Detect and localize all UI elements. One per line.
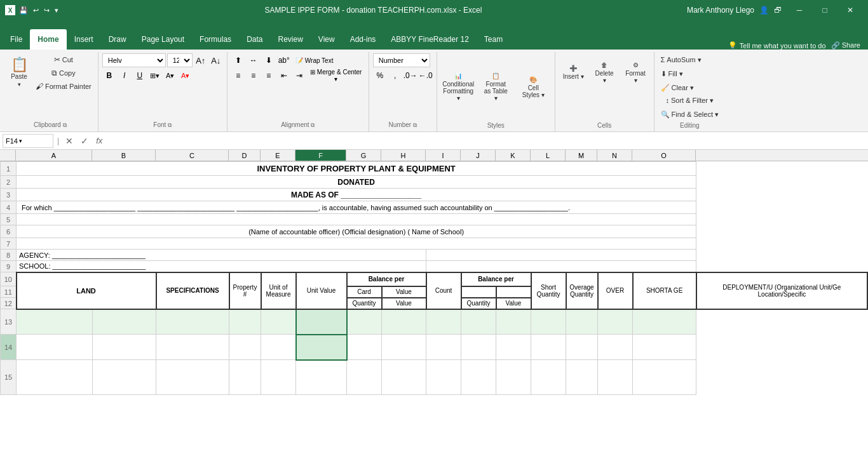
cell-reference-box[interactable]: F14 ▾: [3, 134, 53, 148]
sort-filter-button[interactable]: ↕ Sort & Filter ▾: [658, 94, 721, 107]
data-15-h[interactable]: [382, 360, 426, 395]
tell-me-input[interactable]: Tell me what you want to do: [740, 42, 826, 50]
overage-qty-header[interactable]: Overage Quantity: [566, 272, 598, 309]
tab-formulas[interactable]: Formulas: [192, 29, 239, 50]
col-header-K[interactable]: K: [496, 150, 531, 161]
unit-value-header[interactable]: Unit Value: [296, 272, 347, 309]
data-14-i[interactable]: [426, 335, 461, 360]
orientation-button[interactable]: ab°: [277, 53, 291, 67]
data-15-m[interactable]: [566, 360, 598, 395]
bold-button[interactable]: B: [102, 69, 116, 83]
minimize-button[interactable]: ─: [787, 0, 812, 20]
balance-per-header[interactable]: Balance per: [347, 272, 426, 286]
clear-button[interactable]: 🧹 Clear ▾: [658, 81, 696, 94]
col-header-C[interactable]: C: [156, 150, 229, 161]
data-13-a[interactable]: [17, 309, 93, 335]
col-header-M[interactable]: M: [566, 150, 597, 161]
data-15-n[interactable]: [598, 360, 633, 395]
agency-cell[interactable]: AGENCY: ________________________: [17, 250, 426, 261]
border-button[interactable]: ⊞▾: [148, 69, 162, 83]
specs-header-cell[interactable]: SPECIFICATIONS: [156, 272, 229, 309]
col-header-L[interactable]: L: [531, 150, 566, 161]
data-14-a[interactable]: [17, 335, 93, 360]
format-as-table-button[interactable]: 📋 Format as Table ▾: [478, 68, 513, 106]
data-14-m[interactable]: [566, 335, 598, 360]
underline-button[interactable]: U: [133, 69, 147, 83]
cut-button[interactable]: ✂ Cut: [33, 53, 94, 66]
merge-center-button[interactable]: ⊞ Merge & Center ▾: [308, 69, 365, 83]
align-center-button[interactable]: ≡: [247, 69, 261, 83]
percent-button[interactable]: %: [373, 69, 387, 83]
data-14-k[interactable]: [496, 335, 531, 360]
cell-styles-button[interactable]: 🎨 Cell Styles ▾: [516, 68, 551, 106]
data-15-g[interactable]: [347, 360, 382, 395]
font-color-button[interactable]: A▾: [179, 69, 193, 83]
data-15-d[interactable]: [229, 360, 261, 395]
formula-input[interactable]: [107, 137, 865, 145]
data-13-m[interactable]: [566, 309, 598, 335]
data-14-o[interactable]: [633, 335, 696, 360]
align-bottom-button[interactable]: ⬇: [262, 53, 276, 67]
find-select-button[interactable]: 🔍 Find & Select ▾: [658, 108, 721, 121]
tab-data[interactable]: Data: [239, 29, 270, 50]
count-qty-header[interactable]: [461, 286, 496, 298]
tab-review[interactable]: Review: [270, 29, 310, 50]
font-size-select[interactable]: 12 10 14: [167, 53, 193, 67]
data-15-i[interactable]: [426, 360, 461, 395]
short-qty-header[interactable]: Short Quantity: [531, 272, 566, 309]
data-13-b[interactable]: [93, 309, 156, 335]
grid-scroll-area[interactable]: 1 INVENTORY OF PROPERTY PLANT & EQUIPMEN…: [0, 161, 868, 461]
data-15-o[interactable]: [633, 360, 696, 395]
font-name-select[interactable]: Helv Arial Calibri: [102, 53, 166, 67]
cancel-formula-button[interactable]: ✕: [63, 136, 76, 146]
number-format-select[interactable]: Number General Currency Percentage: [373, 53, 430, 67]
tab-abbyy[interactable]: ABBYY FineReader 12: [383, 29, 477, 50]
tab-file[interactable]: File: [3, 29, 30, 50]
school-cell[interactable]: SCHOOL: ________________________: [17, 261, 426, 272]
unit-measure-header[interactable]: Unit of Measure: [261, 272, 296, 309]
decrease-decimal-button[interactable]: ←.0: [419, 69, 433, 83]
card-qty-header[interactable]: Card: [347, 286, 382, 298]
data-13-g[interactable]: [347, 309, 382, 335]
decrease-font-button[interactable]: A↓: [209, 53, 223, 67]
data-14-c[interactable]: [156, 335, 229, 360]
title-cell-1[interactable]: INVENTORY OF PROPERTY PLANT & EQUIPMENT: [17, 162, 696, 176]
col-header-I[interactable]: I: [426, 150, 461, 161]
copy-button[interactable]: ⧉ Copy: [33, 67, 94, 79]
data-15-b[interactable]: [93, 360, 156, 395]
align-middle-button[interactable]: ↔: [247, 53, 261, 67]
data-13-f[interactable]: [296, 309, 347, 335]
col-header-H[interactable]: H: [381, 150, 426, 161]
tab-home[interactable]: Home: [30, 29, 66, 50]
balance-per-2-header[interactable]: Balance per: [461, 272, 531, 286]
shortage-header[interactable]: SHORTA GE: [633, 272, 696, 309]
confirm-formula-button[interactable]: ✓: [78, 136, 91, 146]
row-4-cell[interactable]: For which _____________________ ________…: [17, 201, 696, 214]
data-13-h[interactable]: [382, 309, 426, 335]
tab-draw[interactable]: Draw: [101, 29, 134, 50]
col-header-A[interactable]: A: [16, 150, 92, 161]
col-header-J[interactable]: J: [461, 150, 496, 161]
deployment-header[interactable]: DEPLOYMENT/U (Organizational Unit/Ge Loc…: [696, 272, 867, 309]
over-header[interactable]: OVER: [598, 272, 633, 309]
close-button[interactable]: ✕: [837, 0, 863, 20]
data-13-n[interactable]: [598, 309, 633, 335]
decrease-indent-button[interactable]: ⇤: [277, 69, 291, 83]
card-val-header[interactable]: Value: [382, 286, 426, 298]
data-13-e[interactable]: [261, 309, 296, 335]
count-qty-sub[interactable]: Quantity: [461, 298, 496, 309]
tab-team[interactable]: Team: [477, 29, 510, 50]
conditional-formatting-button[interactable]: 📊 Conditional Formatting ▾: [441, 68, 476, 106]
align-top-button[interactable]: ⬆: [231, 53, 245, 67]
row-5-cell[interactable]: [17, 214, 696, 225]
data-14-j[interactable]: [461, 335, 496, 360]
data-13-l[interactable]: [531, 309, 566, 335]
account-icon[interactable]: 👤: [759, 6, 769, 15]
data-13-j[interactable]: [461, 309, 496, 335]
row-9-right[interactable]: [426, 261, 696, 272]
autosum-button[interactable]: Σ AutoSum ▾: [658, 53, 704, 66]
data-14-n[interactable]: [598, 335, 633, 360]
data-15-c[interactable]: [156, 360, 229, 395]
data-14-h[interactable]: [382, 335, 426, 360]
title-cell-3[interactable]: MADE AS OF ___________________: [17, 189, 696, 201]
